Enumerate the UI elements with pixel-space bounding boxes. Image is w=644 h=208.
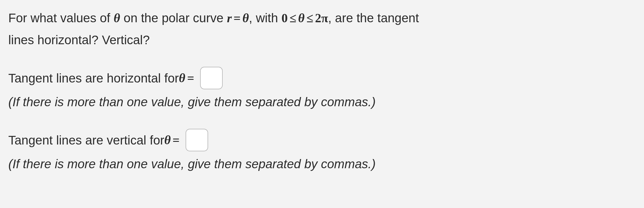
question-line-1: For what values of θ on the polar curve … bbox=[8, 8, 636, 28]
equals-symbol: = bbox=[185, 69, 196, 88]
theta-symbol: θ bbox=[179, 69, 185, 88]
horizontal-answer-row: Tangent lines are horizontal for θ= bbox=[8, 67, 636, 89]
horizontal-input[interactable] bbox=[200, 67, 223, 89]
le-symbol: ≤ bbox=[288, 11, 298, 25]
r-symbol: r bbox=[227, 11, 232, 25]
theta-symbol: θ bbox=[114, 11, 120, 25]
equals-symbol: = bbox=[232, 11, 243, 25]
question-text: For what values of bbox=[8, 11, 114, 25]
horizontal-block: Tangent lines are horizontal for θ= (If … bbox=[8, 67, 636, 112]
theta-symbol: θ bbox=[298, 11, 305, 25]
two-pi-symbol: 2π bbox=[315, 11, 328, 25]
vertical-block: Tangent lines are vertical for θ= (If th… bbox=[8, 129, 636, 174]
question-text: on the polar curve bbox=[120, 11, 227, 25]
theta-symbol: θ bbox=[164, 131, 171, 150]
vertical-hint: (If there is more than one value, give t… bbox=[8, 154, 636, 174]
question-line-2: lines horizontal? Vertical? bbox=[8, 30, 636, 50]
equals-symbol: = bbox=[171, 131, 181, 150]
theta-symbol: θ bbox=[242, 11, 249, 25]
vertical-input[interactable] bbox=[186, 129, 208, 151]
zero-symbol: 0 bbox=[281, 11, 288, 25]
question-page: For what values of θ on the polar curve … bbox=[0, 0, 644, 174]
horizontal-label: Tangent lines are horizontal for bbox=[8, 69, 179, 88]
vertical-answer-row: Tangent lines are vertical for θ= bbox=[8, 129, 636, 151]
vertical-label: Tangent lines are vertical for bbox=[8, 131, 164, 150]
question-text: , with bbox=[249, 11, 281, 25]
question-text: , are the tangent bbox=[328, 11, 419, 25]
le-symbol: ≤ bbox=[305, 11, 315, 25]
horizontal-hint: (If there is more than one value, give t… bbox=[8, 92, 636, 112]
